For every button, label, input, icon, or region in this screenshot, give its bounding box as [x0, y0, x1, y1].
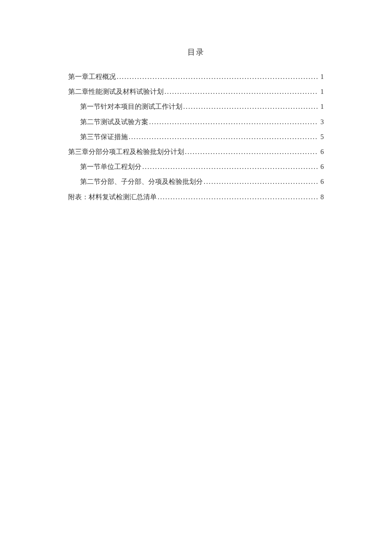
- toc-label: 附表：材料复试检测汇总清单: [68, 189, 157, 204]
- toc-page: 6: [319, 174, 324, 189]
- toc-leader: [204, 174, 318, 189]
- toc-page: 1: [319, 84, 324, 99]
- toc-entry: 第一节针对本项目的测试工作计划 1: [68, 99, 324, 114]
- toc-page: 5: [319, 129, 324, 144]
- toc-page: 3: [319, 114, 324, 129]
- toc-entry: 第一节单位工程划分 6: [68, 159, 324, 174]
- toc-page: 1: [319, 99, 324, 114]
- toc-leader: [142, 159, 318, 174]
- toc-entry: 第一章工程概况 1: [68, 69, 324, 84]
- toc-leader: [158, 189, 318, 204]
- toc-page: 6: [319, 144, 324, 159]
- toc-title: 目录: [68, 47, 324, 57]
- toc-page: 6: [319, 159, 324, 174]
- toc-label: 第一节单位工程划分: [80, 159, 141, 174]
- toc-leader: [164, 84, 318, 99]
- toc-label: 第三章分部分项工程及检验批划分计划: [68, 144, 184, 159]
- toc-leader: [185, 144, 318, 159]
- toc-leader: [149, 114, 318, 129]
- toc-label: 第三节保证措施: [80, 129, 128, 144]
- toc-label: 第二章性能测试及材料试验计划: [68, 84, 164, 99]
- toc-label: 第一章工程概况: [68, 69, 116, 84]
- toc-label: 第二节测试及试验方案: [80, 114, 148, 129]
- toc-label: 第一节针对本项目的测试工作计划: [80, 99, 182, 114]
- toc-leader: [117, 69, 318, 84]
- toc-entry: 第二节测试及试验方案 3: [68, 114, 324, 129]
- toc-entry: 第三章分部分项工程及检验批划分计划 6: [68, 144, 324, 159]
- toc-entry: 附表：材料复试检测汇总清单 8: [68, 189, 324, 204]
- toc-entry: 第二节分部、子分部、分项及检验批划分 6: [68, 174, 324, 189]
- toc-page: 8: [319, 189, 324, 204]
- toc-page: 1: [319, 69, 324, 84]
- toc-leader: [183, 99, 318, 114]
- toc-label: 第二节分部、子分部、分项及检验批划分: [80, 174, 203, 189]
- toc-leader: [129, 129, 318, 144]
- toc-entry: 第二章性能测试及材料试验计划 1: [68, 84, 324, 99]
- toc-list: 第一章工程概况 1 第二章性能测试及材料试验计划 1 第一节针对本项目的测试工作…: [68, 69, 324, 204]
- toc-entry: 第三节保证措施 5: [68, 129, 324, 144]
